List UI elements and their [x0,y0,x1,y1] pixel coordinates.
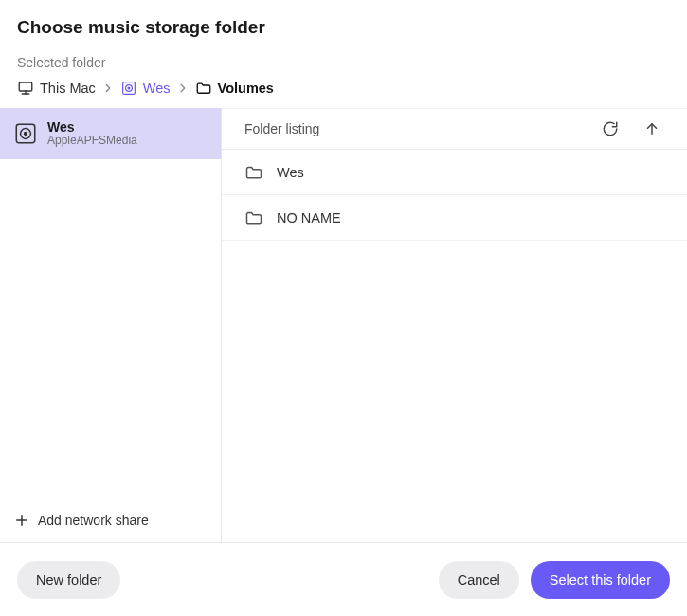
folder-chooser-dialog: Choose music storage folder Selected fol… [0,0,687,616]
folder-listing: Wes NO NAME [222,150,687,542]
list-item[interactable]: NO NAME [222,195,687,241]
breadcrumb-current-folder[interactable]: Volumes [195,80,274,97]
computer-icon [17,80,34,97]
breadcrumb: This Mac Wes [17,80,670,97]
refresh-button[interactable] [594,113,626,145]
new-folder-button[interactable]: New folder [17,561,120,599]
disk-icon [13,121,38,146]
breadcrumb-item-label: Volumes [218,81,274,96]
chevron-right-icon [101,82,115,95]
add-network-share-button[interactable]: Add network share [0,498,221,542]
drive-subtitle: AppleAPFSMedia [47,135,137,148]
breadcrumb-item-label: Wes [143,81,171,96]
dialog-title: Choose music storage folder [17,17,670,38]
svg-rect-0 [19,82,32,91]
arrow-up-icon [643,120,660,137]
folder-icon [244,163,263,182]
breadcrumb-this-mac[interactable]: This Mac [17,80,96,97]
selected-folder-label: Selected folder [17,55,670,70]
dialog-body: Wes AppleAPFSMedia Add network share Fol… [0,108,687,542]
breadcrumb-item-label: This Mac [40,81,96,96]
list-item-label: NO NAME [277,210,341,226]
list-item[interactable]: Wes [222,150,687,195]
svg-point-5 [128,87,130,89]
refresh-icon [602,120,619,137]
disk-icon [120,80,137,97]
cancel-button[interactable]: Cancel [439,561,519,599]
drive-name: Wes [47,119,137,135]
dialog-header: Choose music storage folder Selected fol… [0,0,687,108]
go-up-button[interactable] [636,113,668,145]
chevron-right-icon [176,82,190,95]
sidebar: Wes AppleAPFSMedia Add network share [0,108,222,542]
svg-point-8 [25,133,27,136]
list-item-label: Wes [277,165,304,180]
sidebar-drive-item[interactable]: Wes AppleAPFSMedia [0,108,221,159]
plus-icon [13,512,30,529]
listing-header: Folder listing [222,108,687,150]
breadcrumb-disk[interactable]: Wes [120,80,171,97]
add-network-share-label: Add network share [38,513,149,528]
dialog-footer: New folder Cancel Select this folder [0,542,687,616]
main-panel: Folder listing [222,108,687,542]
folder-icon [195,80,212,97]
listing-header-label: Folder listing [244,121,319,136]
select-folder-button[interactable]: Select this folder [531,561,670,599]
folder-icon [244,208,263,227]
